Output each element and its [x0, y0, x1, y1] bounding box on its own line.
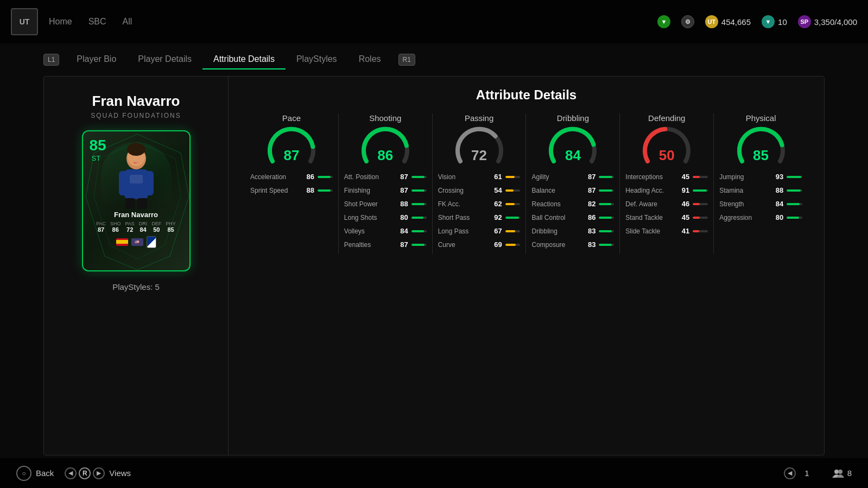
stat-att-position: Att. Position 87	[344, 173, 427, 181]
stat-aggression: Aggression 80	[719, 213, 802, 221]
stat-agility: Agility 87	[531, 173, 614, 181]
stat-att-position-fill	[411, 176, 425, 178]
gauge-physical-wrap: 85	[737, 126, 785, 164]
column-dribbling: Dribbling 84 Agility 87	[526, 113, 620, 254]
stat-vision-value: 61	[487, 173, 502, 181]
stat-att-position-label: Att. Position	[344, 173, 393, 181]
left-panel: Fran Navarro SQUAD FOUNDATIONS 85 ST	[44, 77, 229, 455]
views-button[interactable]: ◀ R ▶ Views	[65, 467, 131, 479]
page-arrow-left-icon[interactable]: ◀	[784, 467, 796, 479]
stat-shot-power: Shot Power 88	[344, 200, 427, 208]
stat-fk-acc-fill	[505, 203, 515, 205]
gauge-dribbling-wrap: 84	[548, 126, 597, 164]
tab-roles[interactable]: Roles	[348, 50, 392, 69]
card-stat-def-label: DEF	[151, 221, 161, 226]
stat-ball-control-value: 86	[580, 213, 595, 221]
page-number: 1	[804, 468, 809, 478]
gauge-shooting-label: Shooting	[369, 113, 401, 123]
gear-icon: ⚙	[681, 15, 694, 28]
stat-slide-tackle: Slide Tackle 41	[625, 227, 708, 235]
stat-sprint-speed-fill	[318, 189, 331, 192]
arrow-left-icon: ◀	[65, 467, 77, 479]
stat-stand-tackle: Stand Tackle 45	[625, 213, 708, 221]
stat-att-position-bar	[411, 176, 427, 178]
column-pace: Pace 87 Acceleration 86	[245, 113, 339, 254]
attribute-columns: Pace 87 Acceleration 86	[245, 113, 808, 254]
tabs-bar: L1 Player Bio Player Details Attribute D…	[43, 43, 825, 76]
playstyles-info: PlayStyles: 5	[112, 282, 160, 291]
card-stat-def: DEF 50	[151, 221, 161, 233]
stat-interceptions-value: 45	[674, 173, 689, 181]
tab-player-bio[interactable]: Player Bio	[66, 50, 127, 69]
stat-def-aware: Def. Aware 46	[625, 200, 708, 208]
stat-aggression-label: Aggression	[719, 214, 768, 221]
nav-sbc[interactable]: SBC	[88, 17, 106, 27]
back-icon: ○	[16, 466, 31, 481]
currency-points: SP 3,350/4,000	[798, 15, 857, 28]
stat-long-shots-bar	[411, 217, 427, 219]
nav-home[interactable]: Home	[49, 17, 72, 27]
stat-dribbling-sub-label: Dribbling	[531, 227, 580, 235]
stat-fk-acc-bar	[505, 203, 521, 205]
stat-composure-value: 83	[580, 240, 595, 249]
stat-reactions-label: Reactions	[531, 200, 580, 208]
stat-balance-label: Balance	[531, 187, 580, 194]
tab-player-details[interactable]: Player Details	[127, 50, 202, 69]
stat-shot-power-value: 88	[393, 200, 408, 208]
stat-ball-control-label: Ball Control	[531, 214, 580, 221]
stat-volleys-label: Volleys	[344, 227, 393, 235]
svg-rect-2	[119, 171, 130, 195]
top-right-currencies: ▼ ⚙ UT 454,665 ▼ 10 SP 3,350/4,000	[657, 15, 857, 28]
stat-heading-acc-bar	[693, 189, 708, 192]
gauge-defending-value: 50	[659, 147, 675, 164]
stat-strength-fill	[787, 203, 800, 205]
currency-coins: UT 454,665	[705, 15, 751, 28]
currency-green-arrow: ▼	[657, 15, 670, 28]
stat-curve-fill	[505, 244, 516, 246]
stat-agility-fill	[599, 176, 612, 178]
column-defending: Defending 50 Interceptions 45	[620, 113, 714, 254]
bottom-left-controls: ○ Back ◀ R ▶ Views	[16, 466, 131, 481]
stat-penalties-fill	[411, 244, 425, 246]
stat-heading-acc-label: Heading Acc.	[625, 187, 674, 194]
stat-balance-bar	[599, 189, 614, 192]
card-stat-phy: PHY 85	[166, 221, 176, 233]
views-label: Views	[109, 468, 131, 478]
stat-interceptions-fill	[693, 176, 700, 178]
stat-crossing: Crossing 54	[438, 186, 521, 194]
currency-gear: ⚙	[681, 15, 694, 28]
total-number: 8	[847, 468, 852, 478]
stat-slide-tackle-fill	[693, 230, 699, 232]
column-passing: Passing 72 Vision 61	[433, 113, 527, 254]
stat-strength-label: Strength	[719, 200, 768, 208]
svg-rect-5	[137, 198, 147, 209]
gauge-passing-wrap: 72	[455, 126, 504, 164]
stat-shot-power-fill	[411, 203, 425, 205]
tab-attribute-details[interactable]: Attribute Details	[202, 50, 286, 69]
tab-playstyles[interactable]: PlayStyles	[286, 50, 348, 69]
gauge-pace: Pace 87	[250, 113, 333, 164]
player-card: 85 ST	[82, 130, 191, 271]
stat-aggression-fill	[787, 217, 799, 219]
stat-long-pass-label: Long Pass	[438, 227, 487, 235]
gauge-shooting-wrap: 86	[361, 126, 410, 164]
stat-vision-bar	[505, 176, 521, 178]
stat-jumping: Jumping 93	[719, 173, 802, 181]
stat-strength-value: 84	[768, 200, 783, 208]
stat-jumping-fill	[787, 176, 801, 178]
stat-fk-acc-value: 62	[487, 200, 502, 208]
back-button[interactable]: ○ Back	[16, 466, 54, 481]
nav-all[interactable]: All	[123, 17, 132, 27]
stat-dribbling-sub: Dribbling 83	[531, 227, 614, 235]
club-badge	[147, 236, 156, 248]
gauge-passing-label: Passing	[465, 113, 493, 123]
stat-strength-bar	[787, 203, 802, 205]
stat-def-aware-label: Def. Aware	[625, 200, 674, 208]
stat-aggression-bar	[787, 217, 802, 219]
stat-long-pass: Long Pass 67	[438, 227, 521, 235]
stat-crossing-label: Crossing	[438, 187, 487, 194]
transfer-value: 10	[778, 17, 787, 27]
gauge-defending-label: Defending	[648, 113, 685, 123]
stat-stamina-bar	[787, 189, 802, 192]
column-shooting: Shooting 86 Att. Position 87	[339, 113, 433, 254]
